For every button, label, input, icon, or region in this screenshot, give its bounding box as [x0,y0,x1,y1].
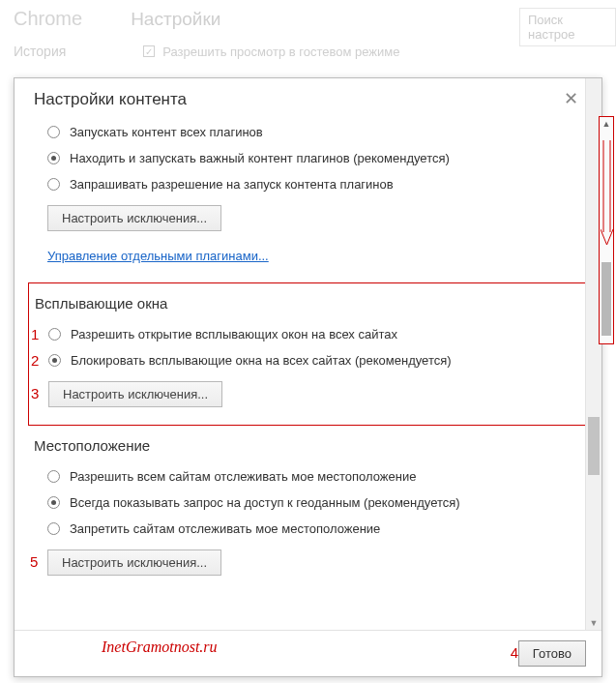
radio-plugins-ask[interactable]: Запрашивать разрешение на запуск контент… [34,171,582,197]
popups-title: Всплывающие окна [35,295,581,312]
radio-label: Запретить сайтам отслеживать мое местопо… [70,521,380,536]
radio-icon [47,126,60,138]
radio-icon [47,178,60,191]
radio-icon [47,152,60,164]
annotation-scrollbar-highlight: ▲ [599,116,614,344]
dialog-scrollbar-thumb[interactable] [588,417,600,475]
scrollbar-thumb[interactable] [601,262,611,336]
content-settings-dialog: ▼ Настройки контента ✕ Запускать контент… [14,77,602,677]
page-background: Chrome Настройки Поиск настрое История ✓… [0,0,616,77]
radio-icon [48,328,61,341]
page-title: Настройки [131,9,220,30]
radio-label: Запускать контент всех плагинов [70,125,263,139]
annotation-popups-highlight: Всплывающие окна 1 Разрешить открытие вс… [28,282,588,426]
annotation-2: 2 [31,352,39,369]
done-button[interactable]: Готово [518,640,586,667]
section-location: Местоположение Разрешить всем сайтам отс… [34,437,582,583]
dialog-title: Настройки контента [34,90,187,109]
location-exceptions-button[interactable]: Настроить исключения... [47,549,221,576]
radio-popups-allow[interactable]: 1 Разрешить открытие всплывающих окон на… [35,321,581,347]
radio-icon [48,354,61,367]
guest-mode-checkbox[interactable]: ✓ Разрешить просмотр в гостевом режиме [143,45,399,59]
radio-plugins-run-all[interactable]: Запускать контент всех плагинов [34,119,582,145]
close-button[interactable]: ✕ [560,90,582,107]
radio-location-allow[interactable]: Разрешить всем сайтам отслеживать мое ме… [34,463,582,490]
dialog-footer: InetGramotnost.ru 4 Готово [15,630,601,676]
search-input[interactable]: Поиск настрое [519,8,616,46]
radio-label: Блокировать всплывающие окна на всех сай… [71,353,452,368]
check-icon: ✓ [143,45,155,57]
radio-label: Находить и запускать важный контент плаг… [70,151,450,165]
popups-exceptions-button[interactable]: Настроить исключения... [48,381,222,407]
radio-icon [47,522,60,535]
guest-mode-label: Разрешить просмотр в гостевом режиме [162,45,399,59]
annotation-5: 5 [30,553,38,570]
annotation-1: 1 [31,326,39,342]
annotation-3: 3 [31,385,39,401]
annotation-4: 4 [511,644,518,661]
radio-label: Запрашивать разрешение на запуск контент… [70,177,394,192]
manage-plugins-link[interactable]: Управление отдельными плагинами... [47,249,269,263]
radio-icon [47,470,60,483]
radio-location-ask[interactable]: Всегда показывать запрос на доступ к гео… [34,490,582,516]
location-title: Местоположение [34,437,582,454]
radio-icon [47,496,60,509]
radio-label: Всегда показывать запрос на доступ к гео… [70,495,460,510]
arrow-down-icon: ▼ [586,618,601,628]
watermark: InetGramotnost.ru [102,638,218,656]
radio-label: Разрешить всем сайтам отслеживать мое ме… [70,469,416,484]
radio-label: Разрешить открытие всплывающих окон на в… [71,327,397,342]
app-name: Chrome [14,8,82,30]
section-plugins: Запускать контент всех плагинов Находить… [34,119,582,269]
sidebar-item-history[interactable]: История [14,44,66,59]
radio-plugins-detect-important[interactable]: Находить и запускать важный контент плаг… [34,145,582,171]
annotation-down-arrow-icon [601,140,613,247]
radio-location-deny[interactable]: Запретить сайтам отслеживать мое местопо… [34,516,582,542]
arrow-up-icon: ▲ [600,119,613,129]
plugins-exceptions-button[interactable]: Настроить исключения... [47,205,221,231]
radio-popups-block[interactable]: 2 Блокировать всплывающие окна на всех с… [35,347,581,373]
section-popups: Всплывающие окна 1 Разрешить открытие вс… [35,295,581,415]
